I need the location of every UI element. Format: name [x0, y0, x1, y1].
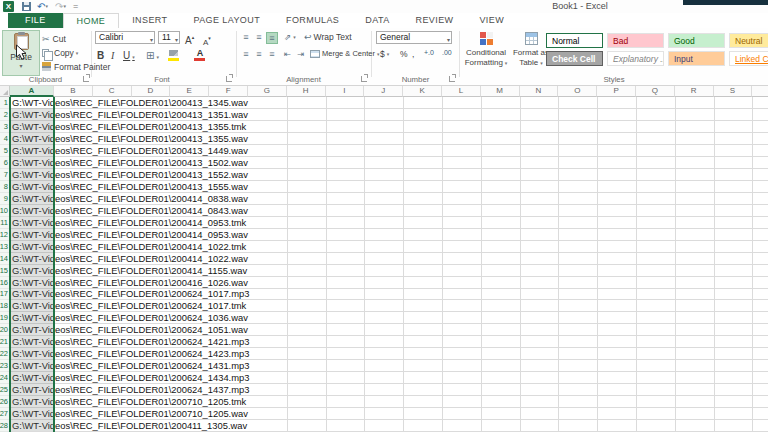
row-number-9[interactable]: 9	[0, 193, 9, 205]
row-number-28[interactable]: 28	[0, 420, 9, 432]
column-header-b[interactable]: B	[54, 86, 93, 97]
column-header-h[interactable]: H	[287, 86, 326, 97]
row-number-26[interactable]: 26	[0, 396, 9, 408]
center-button[interactable]: ≡	[253, 49, 265, 61]
italic-button[interactable]: I	[111, 49, 114, 62]
row-number-19[interactable]: 19	[0, 312, 9, 324]
alignment-dialog-launcher-icon[interactable]	[361, 76, 367, 82]
table-row[interactable]: G:\WT-Videos\REC_FILE\FOLDER01\200624_14…	[10, 384, 768, 396]
row-number-18[interactable]: 18	[0, 300, 9, 312]
table-row[interactable]: G:\WT-Videos\REC_FILE\FOLDER01\200413_15…	[10, 157, 768, 169]
tab-data[interactable]: DATA	[352, 13, 402, 28]
row-number-3[interactable]: 3	[0, 121, 9, 133]
format-as-table-button[interactable]: Format as Table▾	[511, 30, 551, 76]
paste-button[interactable]: Paste ▾	[2, 30, 40, 76]
table-row[interactable]: G:\WT-Videos\REC_FILE\FOLDER01\200414_08…	[10, 193, 768, 205]
row-number-23[interactable]: 23	[0, 360, 9, 372]
underline-button[interactable]: U▾	[123, 49, 135, 62]
table-row[interactable]: G:\WT-Videos\REC_FILE\FOLDER01\200624_14…	[10, 336, 768, 348]
table-row[interactable]: G:\WT-Videos\REC_FILE\FOLDER01\200413_13…	[10, 109, 768, 121]
format-as-table-dropdown-icon[interactable]: ▾	[540, 60, 543, 66]
row-number-24[interactable]: 24	[0, 372, 9, 384]
font-dialog-launcher-icon[interactable]	[226, 76, 232, 82]
cell-style-good[interactable]: Good	[668, 33, 725, 48]
column-header-d[interactable]: D	[132, 86, 171, 97]
row-number-16[interactable]: 16	[0, 277, 9, 289]
tab-insert[interactable]: INSERT	[119, 13, 180, 28]
row-number-25[interactable]: 25	[0, 384, 9, 396]
row-number-17[interactable]: 17	[0, 289, 9, 301]
column-header-k[interactable]: K	[403, 86, 442, 97]
conditional-formatting-dropdown-icon[interactable]: ▾	[505, 60, 508, 66]
table-row[interactable]: G:\WT-Videos\REC_FILE\FOLDER01\200710_12…	[10, 408, 768, 420]
table-row[interactable]: G:\WT-Videos\REC_FILE\FOLDER01\200414_10…	[10, 253, 768, 265]
table-row[interactable]: G:\WT-Videos\REC_FILE\FOLDER01\200414_10…	[10, 241, 768, 253]
table-row[interactable]: G:\WT-Videos\REC_FILE\FOLDER01\200624_14…	[10, 360, 768, 372]
percent-style-button[interactable]: %	[400, 49, 408, 59]
cell-style-neutral[interactable]: Neutral	[729, 33, 768, 48]
cell-style-bad[interactable]: Bad	[607, 33, 664, 48]
cell-style-input[interactable]: Input	[668, 51, 725, 66]
table-row[interactable]: G:\WT-Videos\REC_FILE\FOLDER01\200413_15…	[10, 181, 768, 193]
row-number-2[interactable]: 2	[0, 109, 9, 121]
bottom-align-button-selected[interactable]: ≡	[266, 32, 278, 44]
tab-file[interactable]: FILE	[8, 13, 63, 28]
column-header-n[interactable]: N	[520, 86, 559, 97]
clipboard-dialog-launcher-icon[interactable]	[83, 76, 89, 82]
merge-and-center-button[interactable]: Merge & Center ▾	[310, 49, 379, 58]
number-format-dropdown-icon[interactable]: ▾	[447, 35, 450, 46]
column-header-i[interactable]: I	[326, 86, 365, 97]
column-header-s[interactable]: S	[714, 86, 753, 97]
tab-view[interactable]: VIEW	[466, 13, 517, 28]
top-align-button[interactable]: ≡	[240, 32, 252, 44]
row-number-1[interactable]: 1	[0, 97, 9, 109]
cell-style-explanatory[interactable]: Explanatory ...	[607, 51, 664, 66]
decrease-indent-button[interactable]: ⇤	[284, 49, 291, 59]
row-number-13[interactable]: 13	[0, 241, 9, 253]
decrease-decimal-button[interactable]: .00	[442, 49, 452, 56]
table-row[interactable]: G:\WT-Videos\REC_FILE\FOLDER01\200413_15…	[10, 169, 768, 181]
align-left-button[interactable]: ≡	[240, 49, 252, 61]
column-header-g[interactable]: G	[248, 86, 287, 97]
table-row[interactable]: G:\WT-Videos\REC_FILE\FOLDER01\200710_12…	[10, 396, 768, 408]
row-number-27[interactable]: 27	[0, 408, 9, 420]
column-header-a[interactable]: A	[10, 86, 54, 97]
table-row[interactable]: G:\WT-Videos\REC_FILE\FOLDER01\200411_13…	[10, 420, 768, 432]
table-row[interactable]: G:\WT-Videos\REC_FILE\FOLDER01\200624_10…	[10, 312, 768, 324]
column-header-p[interactable]: P	[597, 86, 636, 97]
table-row[interactable]: G:\WT-Videos\REC_FILE\FOLDER01\200416_10…	[10, 277, 768, 289]
table-row[interactable]: G:\WT-Videos\REC_FILE\FOLDER01\200624_10…	[10, 324, 768, 336]
cut-button[interactable]: ✂ Cut	[42, 32, 66, 45]
column-header-q[interactable]: Q	[636, 86, 675, 97]
column-header-m[interactable]: M	[481, 86, 520, 97]
font-size-dropdown-icon[interactable]: ▾	[175, 35, 178, 46]
increase-indent-button[interactable]: ⇥	[297, 49, 304, 59]
table-row[interactable]: G:\WT-Videos\REC_FILE\FOLDER01\200414_11…	[10, 265, 768, 277]
conditional-formatting-button[interactable]: Conditional Formatting▾	[460, 30, 512, 76]
row-number-20[interactable]: 20	[0, 324, 9, 336]
decrease-font-size-button[interactable]: A▾	[203, 32, 211, 45]
accounting-dropdown-icon[interactable]: ▾	[387, 51, 390, 57]
column-header-r[interactable]: R	[675, 86, 714, 97]
table-row[interactable]: G:\WT-Videos\REC_FILE\FOLDER01\200414_08…	[10, 205, 768, 217]
font-size-combobox[interactable]: 11 ▾	[158, 31, 180, 44]
row-number-10[interactable]: 10	[0, 205, 9, 217]
orientation-dropdown-icon[interactable]: ▾	[293, 34, 296, 40]
row-number-6[interactable]: 6	[0, 157, 9, 169]
bold-button[interactable]: B	[97, 49, 104, 62]
table-row[interactable]: G:\WT-Videos\REC_FILE\FOLDER01\200624_14…	[10, 372, 768, 384]
row-number-15[interactable]: 15	[0, 265, 9, 277]
paste-dropdown-icon[interactable]: ▾	[3, 62, 39, 69]
font-name-combobox[interactable]: Calibri ▾	[95, 31, 155, 44]
table-row[interactable]: G:\WT-Videos\REC_FILE\FOLDER01\200624_10…	[10, 300, 768, 312]
undo-dropdown-icon[interactable]: ▾	[45, 3, 48, 9]
borders-button[interactable]: ⊞▾	[146, 49, 159, 62]
row-number-21[interactable]: 21	[0, 336, 9, 348]
customize-quick-access-toolbar-button[interactable]: =	[73, 0, 78, 13]
tab-page-layout[interactable]: PAGE LAYOUT	[180, 13, 273, 28]
row-number-14[interactable]: 14	[0, 253, 9, 265]
copy-button[interactable]: Copy ▾	[42, 46, 78, 59]
tab-home[interactable]: HOME	[63, 13, 120, 28]
align-right-button[interactable]: ≡	[266, 49, 278, 61]
comma-style-button[interactable]: ,	[412, 49, 414, 59]
